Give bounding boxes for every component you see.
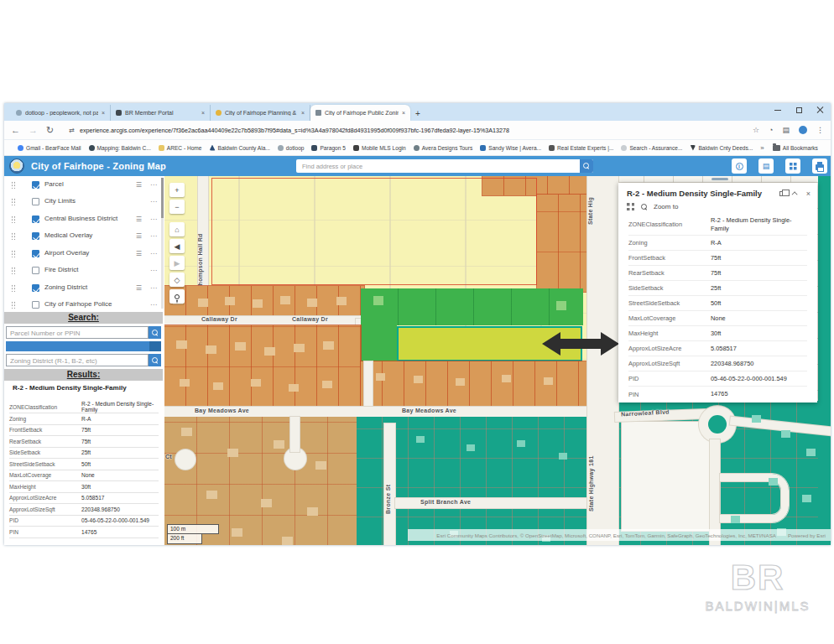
dock-icon[interactable] <box>779 191 785 196</box>
parcel-search-button[interactable] <box>149 326 161 339</box>
side-panel-icon[interactable]: ▤ <box>782 126 790 134</box>
layer-menu-icon[interactable]: ⋯ <box>150 267 158 274</box>
collapse-icon[interactable] <box>791 191 797 197</box>
tab-br-member-portal[interactable]: BR Member Portal × <box>111 105 211 121</box>
layer-checkbox[interactable] <box>32 284 39 292</box>
layer-checkbox[interactable] <box>32 198 39 205</box>
bookmark-avera-tours[interactable]: Avera Designs Tours <box>414 145 473 151</box>
bookmark-real-estate-experts[interactable]: Real Estate Experts |... <box>549 145 613 151</box>
popup-drag-handle[interactable] <box>712 178 728 180</box>
bookmark-sandy-wise[interactable]: Sandy Wise | Avera... <box>480 145 541 151</box>
address-search-box[interactable]: Find address or place <box>296 159 593 173</box>
site-settings-icon[interactable]: ⇄ <box>69 127 75 134</box>
minimize-icon[interactable] <box>774 110 781 111</box>
bookmark-baldwin-county[interactable]: Baldwin County Ala... <box>210 145 270 151</box>
drag-handle-icon[interactable] <box>11 232 15 240</box>
address-search-highlight-bar[interactable] <box>6 341 161 351</box>
parcel-search-input[interactable]: Parcel Number or PPIN <box>6 326 149 339</box>
locate-button[interactable] <box>169 289 185 304</box>
layer-row-fire-district[interactable]: Fire District⋯ <box>4 262 164 280</box>
layer-checkbox[interactable] <box>32 232 39 240</box>
layer-legend-icon[interactable]: ☰ <box>136 250 142 257</box>
print-button[interactable] <box>812 158 827 174</box>
bookmark-star-icon[interactable]: ☆ <box>753 126 759 134</box>
select-button[interactable]: ◇ <box>169 273 185 287</box>
info-button[interactable]: i <box>732 158 747 174</box>
bookmark-gmail[interactable]: Gmail - BearFace Mail <box>18 145 81 151</box>
bookmark-dotloop[interactable]: dotloop <box>278 145 305 151</box>
result-title[interactable]: R-2 - Medium Density Single-Family <box>13 384 127 392</box>
maximize-icon[interactable] <box>796 107 802 113</box>
layer-menu-icon[interactable]: ⋯ <box>150 284 158 292</box>
layer-row-central-business[interactable]: Central Business District☰⋯ <box>4 210 164 228</box>
widgets-button[interactable] <box>785 158 800 174</box>
previous-extent-button[interactable]: ◀ <box>169 239 185 253</box>
browser-menu-icon[interactable]: ⋮ <box>816 126 824 134</box>
layer-checkbox[interactable] <box>32 301 39 309</box>
layer-menu-icon[interactable]: ⋯ <box>150 250 158 257</box>
close-tab-icon[interactable]: × <box>301 110 305 116</box>
bookmark-search-assurance[interactable]: Search - Assurance... <box>621 145 682 151</box>
layer-menu-icon[interactable]: ⋯ <box>150 181 158 189</box>
layer-menu-icon[interactable]: ⋯ <box>150 232 158 240</box>
close-tab-icon[interactable]: × <box>201 110 205 116</box>
tab-dotloop[interactable]: dotloop - peoplework, not pap... × <box>11 105 111 121</box>
new-tab-button[interactable]: + <box>415 109 420 118</box>
layer-row-police[interactable]: City of Fairhope Police⋯ <box>4 297 164 313</box>
home-button[interactable]: ⌂ <box>169 222 185 236</box>
layer-checkbox[interactable] <box>32 181 39 189</box>
highlight-bar-button[interactable] <box>149 341 161 351</box>
drag-handle-icon[interactable] <box>11 301 15 309</box>
zoning-search-input[interactable]: Zoning District (R-1, B-2, etc) <box>6 354 149 366</box>
drag-handle-icon[interactable] <box>11 267 15 274</box>
profile-avatar[interactable] <box>799 126 807 134</box>
zoning-search-button[interactable] <box>149 354 161 366</box>
close-tab-icon[interactable]: × <box>102 110 105 116</box>
feature-grid-icon[interactable] <box>627 203 634 210</box>
drag-handle-icon[interactable] <box>11 250 15 257</box>
drag-handle-icon[interactable] <box>11 181 15 189</box>
layer-row-city-limits[interactable]: City Limits⋯ <box>4 194 164 211</box>
layer-menu-icon[interactable]: ⋯ <box>150 198 158 205</box>
back-icon[interactable]: ← <box>11 125 20 135</box>
tab-fairhope-public-zoning[interactable]: City of Fairhope Public Zoning × <box>310 105 410 121</box>
layer-legend-icon[interactable]: ☰ <box>136 284 142 292</box>
zoning-map[interactable]: Thompson Hall Rd Callaway Dr Callaway Dr <box>164 176 831 545</box>
forward-icon[interactable]: → <box>29 125 38 135</box>
overflow-chevrons[interactable]: » <box>760 144 764 152</box>
address-search-button[interactable] <box>580 159 593 173</box>
scrollbar-thumb[interactable] <box>161 178 164 218</box>
layer-row-airport-overlay[interactable]: Airport Overlay☰⋯ <box>4 245 164 262</box>
bookmark-paragon5[interactable]: Paragon 5 <box>311 145 345 151</box>
drag-handle-icon[interactable] <box>11 216 15 223</box>
zoom-in-button[interactable]: + <box>169 183 185 197</box>
reload-icon[interactable]: ↻ <box>46 125 54 136</box>
layer-legend-icon[interactable]: ☰ <box>136 232 142 240</box>
drag-handle-icon[interactable] <box>11 284 15 292</box>
extensions-icon[interactable]: ◔ <box>769 126 773 134</box>
layer-menu-icon[interactable]: ⋯ <box>150 301 158 309</box>
drag-handle-icon[interactable] <box>11 198 15 205</box>
legend-button[interactable]: ▤ <box>758 158 774 174</box>
layer-menu-icon[interactable]: ⋯ <box>150 216 158 223</box>
address-bar[interactable]: ⇄ experience.arcgis.com/experience/7f36e… <box>62 124 746 137</box>
layer-checkbox[interactable] <box>32 267 39 274</box>
tab-fairhope-planning[interactable]: City of Fairhope Planning & Zo... × <box>211 105 310 121</box>
layer-row-zoning-district[interactable]: Zoning District☰⋯ <box>4 279 164 297</box>
bookmark-baldwin-deeds[interactable]: Baldwin Cnty Deeds... <box>690 145 753 151</box>
zoom-out-button[interactable]: − <box>169 200 185 214</box>
sidebar-scrollbar[interactable] <box>161 178 164 309</box>
layer-checkbox[interactable] <box>32 250 39 257</box>
layer-legend-icon[interactable]: ☰ <box>136 216 142 223</box>
close-icon[interactable]: × <box>806 190 811 198</box>
layer-legend-icon[interactable]: ☰ <box>136 181 142 189</box>
all-bookmarks-button[interactable]: All Bookmarks <box>773 145 818 151</box>
zoom-to-button[interactable]: Zoom to <box>654 203 678 210</box>
close-window-icon[interactable] <box>817 106 824 113</box>
next-extent-button[interactable]: ▶ <box>169 256 185 270</box>
bookmark-mapping-baldwin[interactable]: Mapping: Baldwin C... <box>89 145 151 151</box>
bookmark-mobile-mls[interactable]: Mobile MLS Login <box>353 145 406 151</box>
layer-checkbox[interactable] <box>32 216 39 223</box>
bookmark-arec-home[interactable]: AREC - Home <box>159 145 202 151</box>
layer-row-parcel[interactable]: Parcel☰⋯ <box>4 176 164 194</box>
